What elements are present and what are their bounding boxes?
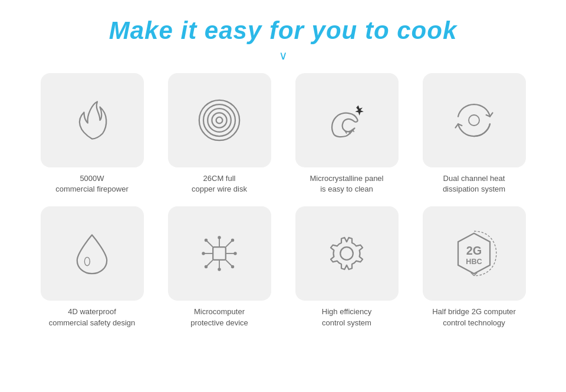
icon-box-panel bbox=[295, 73, 399, 167]
svg-point-3 bbox=[212, 113, 226, 127]
drop-icon bbox=[65, 227, 119, 280]
icon-box-heat bbox=[423, 73, 526, 167]
svg-point-21 bbox=[231, 239, 234, 242]
svg-point-16 bbox=[218, 236, 221, 239]
svg-point-22 bbox=[205, 265, 208, 268]
coil-icon bbox=[193, 94, 246, 147]
svg-point-17 bbox=[218, 268, 221, 271]
label-panel: Microcrystalline panel is easy to clean bbox=[310, 173, 384, 195]
feature-microcomputer: Microcomputer protective device bbox=[160, 206, 278, 328]
page-title: Make it easy for you to cook bbox=[109, 17, 458, 45]
svg-rect-7 bbox=[213, 248, 226, 261]
label-microcomputer: Microcomputer protective device bbox=[190, 307, 248, 328]
svg-point-2 bbox=[208, 108, 231, 132]
label-efficiency: High efficiency control system bbox=[322, 307, 371, 328]
icon-box-waterproof bbox=[41, 206, 144, 301]
icon-box-copper-disk bbox=[168, 73, 271, 167]
feature-waterproof: 4D waterproof commercial safety design bbox=[33, 206, 151, 328]
feature-panel: Microcrystalline panel is easy to clean bbox=[288, 73, 406, 195]
label-waterproof: 4D waterproof commercial safety design bbox=[49, 307, 136, 328]
circuit-icon bbox=[193, 227, 246, 280]
features-grid: 5000W commercial firepower 26CM full cop… bbox=[15, 73, 551, 328]
svg-point-4 bbox=[216, 117, 223, 124]
icon-box-firepower bbox=[41, 73, 144, 167]
recycle-icon bbox=[447, 94, 501, 147]
svg-point-20 bbox=[205, 239, 208, 242]
2ghbc-icon: 2G HBC bbox=[447, 227, 501, 280]
svg-point-6 bbox=[84, 258, 90, 266]
svg-point-24 bbox=[340, 248, 353, 261]
label-halfbridge: Half bridge 2G computer control technolo… bbox=[432, 307, 516, 328]
icon-box-efficiency bbox=[295, 206, 399, 301]
feature-firepower: 5000W commercial firepower bbox=[33, 73, 151, 195]
feature-efficiency: High efficiency control system bbox=[288, 206, 406, 328]
svg-point-23 bbox=[231, 265, 234, 268]
svg-text:2G: 2G bbox=[466, 244, 482, 257]
svg-point-18 bbox=[202, 252, 205, 255]
svg-point-5 bbox=[469, 115, 479, 126]
label-copper-disk: 26CM full copper wire disk bbox=[192, 173, 247, 195]
label-heat: Dual channel heat dissipation system bbox=[443, 173, 505, 195]
icon-box-halfbridge: 2G HBC bbox=[423, 206, 526, 301]
svg-point-0 bbox=[199, 100, 239, 140]
wipe-icon bbox=[320, 94, 373, 147]
feature-halfbridge: 2G HBC Half bridge 2G computer control t… bbox=[415, 206, 533, 328]
feature-heat: Dual channel heat dissipation system bbox=[415, 73, 533, 195]
gear-icon bbox=[320, 227, 373, 280]
svg-text:HBC: HBC bbox=[466, 258, 482, 266]
svg-point-19 bbox=[233, 252, 236, 255]
icon-box-microcomputer bbox=[168, 206, 271, 301]
label-firepower: 5000W commercial firepower bbox=[55, 173, 129, 195]
feature-copper-disk: 26CM full copper wire disk bbox=[160, 73, 278, 195]
flame-icon bbox=[65, 94, 119, 147]
chevron-icon: ∨ bbox=[279, 48, 288, 62]
